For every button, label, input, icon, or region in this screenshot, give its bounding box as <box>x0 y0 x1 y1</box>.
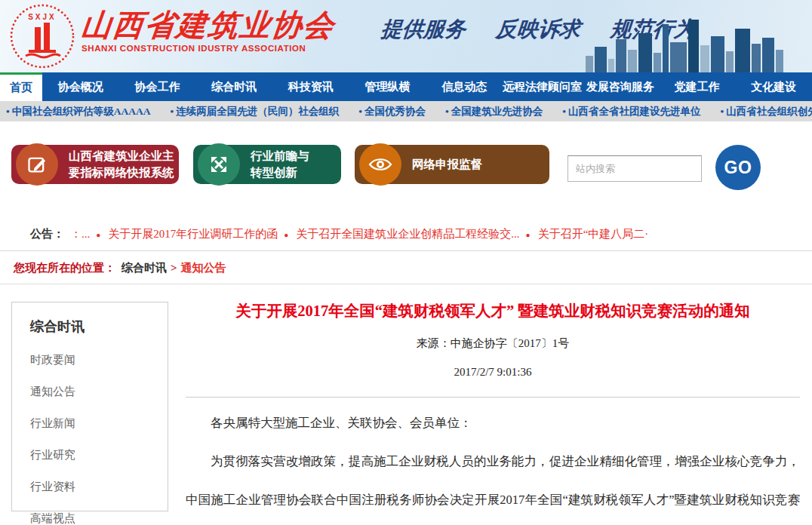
sidebar-item-industry-data[interactable]: 行业资料 <box>30 480 168 494</box>
quick-link-banner: 山西省建筑业企业主 要指标网络快报系统 行业前瞻与 转型创新 <box>0 140 812 202</box>
honor-link[interactable]: 中国社会组织评估等级AAAAA <box>6 105 150 118</box>
honor-link[interactable]: 全国优秀协会 <box>358 105 426 118</box>
slogan-phrase: 反映诉求 <box>494 15 581 44</box>
site-header: SXJX 山西省建筑业协会 SHANXI CONSTRUCTION IDUSTR… <box>0 0 812 72</box>
skyline-building <box>711 36 724 72</box>
breadcrumb-section-link[interactable]: 综合时讯 <box>121 261 167 275</box>
article-divider <box>186 397 800 398</box>
article-paragraph: 为贯彻落实营改增政策，提高施工企业财税人员的业务能力，促进企业精细化管理，增强企… <box>186 442 800 525</box>
announcement-link[interactable]: 关于召开“中建八局二· <box>526 227 649 241</box>
search-go-button[interactable]: GO <box>715 145 761 190</box>
nav-item-information[interactable]: 信息动态 <box>426 72 503 101</box>
site-title-calligraphy: 山西省建筑业协会 <box>80 8 337 42</box>
skyline-building <box>616 39 626 72</box>
honor-link[interactable]: 连续两届全国先进（民间）社会组织 <box>170 105 339 118</box>
honor-link[interactable]: 山西省全省社团建设先进单位 <box>562 105 700 118</box>
skyline-building <box>700 45 709 72</box>
skyline-building <box>654 53 661 72</box>
nav-item-party-building[interactable]: 党建工作 <box>659 72 736 101</box>
sidebar-title: 综合时讯 <box>30 318 168 336</box>
article-title: 关于开展2017年全国“建筑财税领军人才” 暨建筑业财税知识竞赛活动的通知 <box>186 300 800 321</box>
nav-item-home[interactable]: 首页 <box>0 72 42 101</box>
announcement-label: 公告： <box>30 227 64 241</box>
brand-block: 山西省建筑业协会 SHANXI CONSTRUCTION IDUSTRY ASS… <box>82 8 335 53</box>
report-system-button[interactable]: 山西省建筑业企业主 要指标网络快报系统 <box>11 145 179 184</box>
skyline-building <box>726 51 734 72</box>
nav-item-tech-info[interactable]: 科技资讯 <box>272 72 349 101</box>
skyline-building <box>608 59 614 72</box>
skyline-building <box>595 47 607 72</box>
expand-arrows-icon <box>198 143 240 186</box>
edit-icon <box>16 143 58 186</box>
svg-text:SXJX: SXJX <box>28 13 57 21</box>
article-datetime: 2017/2/7 9:01:36 <box>186 366 800 379</box>
skyline-building <box>586 56 593 72</box>
breadcrumb-current-link[interactable]: 通知公告 <box>181 261 226 275</box>
industry-outlook-button[interactable]: 行业前瞻与 转型创新 <box>193 145 341 184</box>
honors-strip: 中国社会组织评估等级AAAAA 连续两届全国先进（民间）社会组织 全国优秀协会 … <box>0 101 812 121</box>
nav-item-association-work[interactable]: 协会工作 <box>119 72 196 101</box>
breadcrumb-separator: > <box>171 262 177 275</box>
sidebar-item-current-politics[interactable]: 时政要闻 <box>30 353 168 367</box>
city-skyline-image <box>586 18 812 72</box>
sidebar-item-notices[interactable]: 通知公告 <box>30 385 168 399</box>
announcement-link[interactable]: 关于开展2017年行业调研工作的函 <box>96 227 278 241</box>
sidebar-item-high-end-views[interactable]: 高端视点 <box>30 511 168 525</box>
skyline-building <box>735 29 750 72</box>
nav-item-consulting-service[interactable]: 发展咨询服务 <box>582 72 659 101</box>
announcement-link[interactable]: ：... <box>70 227 90 241</box>
sidebar: 综合时讯 时政要闻 通知公告 行业新闻 行业研究 行业资料 高端视点 <box>11 302 168 511</box>
nav-item-management[interactable]: 管理纵横 <box>349 72 426 101</box>
eye-icon <box>359 143 401 186</box>
breadcrumb: 您现在所在的位置： 综合时讯 > 通知公告 <box>0 252 812 284</box>
main-navigation: 首页 协会概况 协会工作 综合时讯 科技资讯 管理纵横 信息动态 远程法律顾问室… <box>0 72 812 101</box>
site-search-input[interactable] <box>567 155 702 182</box>
nav-item-comprehensive-news[interactable]: 综合时讯 <box>195 72 272 101</box>
online-report-supervision-label: 网络申报监督 <box>412 156 482 173</box>
skyline-building <box>638 33 652 72</box>
article-source: 来源：中施企协字〔2017〕1号 <box>186 336 800 351</box>
article-body: 各央属特大型施工企业、关联协会、会员单位： 为贯彻落实营改增政策，提高施工企业财… <box>186 404 800 525</box>
nav-item-association-overview[interactable]: 协会概况 <box>42 72 119 101</box>
nav-item-culture[interactable]: 文化建设 <box>735 72 812 101</box>
article-paragraph: 各央属特大型施工企业、关联协会、会员单位： <box>186 404 800 442</box>
announcement-bar: 公告： ：... 关于开展2017年行业调研工作的函 关于召开全国建筑业企业创精… <box>0 217 812 251</box>
skyline-building <box>663 24 669 72</box>
slogan-phrase: 提供服务 <box>380 15 466 44</box>
skyline-building <box>688 20 699 72</box>
nav-item-legal-advisor[interactable]: 远程法律顾问室 <box>503 72 582 101</box>
skyline-building <box>670 42 687 72</box>
honor-link[interactable]: 全国建筑业先进协会 <box>445 105 543 118</box>
report-system-button-label: 山西省建筑业企业主 要指标网络快报系统 <box>69 148 174 182</box>
breadcrumb-prefix: 您现在所在的位置： <box>14 261 115 275</box>
association-seal-logo: SXJX <box>9 3 75 69</box>
industry-outlook-button-label: 行业前瞻与 转型创新 <box>251 148 309 182</box>
skyline-building <box>762 38 774 72</box>
honor-link[interactable]: 山西省社会组织创先争优活动先进党组织 <box>720 105 812 118</box>
sidebar-item-industry-research[interactable]: 行业研究 <box>30 448 168 462</box>
sidebar-item-industry-news[interactable]: 行业新闻 <box>30 416 168 431</box>
skyline-building <box>776 50 783 72</box>
online-report-supervision-button[interactable]: 网络申报监督 <box>355 145 549 184</box>
skyline-building <box>752 44 761 72</box>
main-content: 综合时讯 时政要闻 通知公告 行业新闻 行业研究 行业资料 高端视点 关于开展2… <box>0 285 812 525</box>
site-title-english: SHANXI CONSTRUCTION IDUSTRY ASSOCIATION <box>82 44 335 53</box>
article: 关于开展2017年全国“建筑财税领军人才” 暨建筑业财税知识竞赛活动的通知 来源… <box>186 300 800 525</box>
skyline-building <box>628 50 637 72</box>
announcement-link[interactable]: 关于召开全国建筑业企业创精品工程经验交... <box>284 227 519 241</box>
page: SXJX 山西省建筑业协会 SHANXI CONSTRUCTION IDUSTR… <box>0 0 812 525</box>
